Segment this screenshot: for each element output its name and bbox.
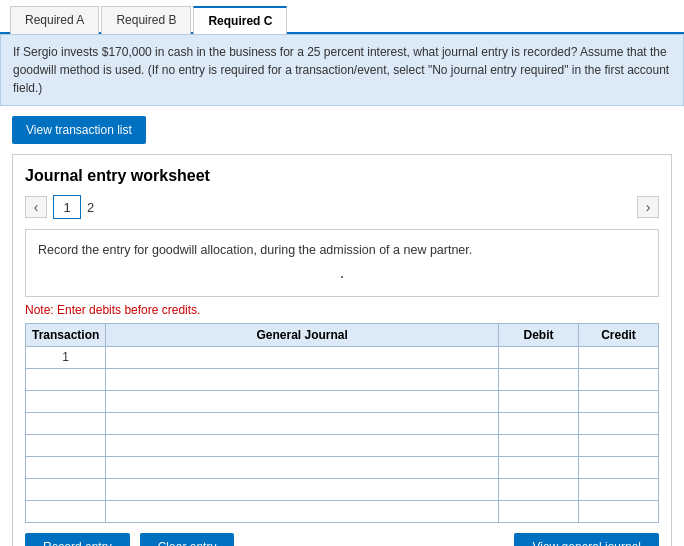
input-general-journal-0[interactable] xyxy=(110,349,494,365)
cell-transaction-7 xyxy=(26,500,106,522)
pagination: ‹ 1 2 › xyxy=(25,195,659,219)
input-credit-0[interactable] xyxy=(583,349,654,365)
cell-debit-5[interactable] xyxy=(499,456,579,478)
cell-general-journal-5[interactable] xyxy=(106,456,499,478)
table-row xyxy=(26,478,659,500)
input-credit-6[interactable] xyxy=(583,481,654,497)
action-buttons-left: Record entry Clear entry xyxy=(25,533,234,546)
input-general-journal-7[interactable] xyxy=(110,503,494,519)
view-general-journal-button[interactable]: View general journal xyxy=(514,533,659,546)
cell-debit-2[interactable] xyxy=(499,390,579,412)
cell-debit-6[interactable] xyxy=(499,478,579,500)
description-box: Record the entry for goodwill allocation… xyxy=(25,229,659,297)
next-page-button[interactable]: › xyxy=(637,196,659,218)
cell-credit-0[interactable] xyxy=(579,346,659,368)
col-transaction: Transaction xyxy=(26,323,106,346)
cell-credit-7[interactable] xyxy=(579,500,659,522)
cell-transaction-6 xyxy=(26,478,106,500)
cell-general-journal-0[interactable] xyxy=(106,346,499,368)
cell-transaction-2 xyxy=(26,390,106,412)
input-credit-7[interactable] xyxy=(583,503,654,519)
next-page-label: 2 xyxy=(87,200,94,215)
cell-credit-5[interactable] xyxy=(579,456,659,478)
cell-general-journal-2[interactable] xyxy=(106,390,499,412)
record-entry-button[interactable]: Record entry xyxy=(25,533,130,546)
input-debit-1[interactable] xyxy=(503,371,574,387)
cell-transaction-4 xyxy=(26,434,106,456)
table-row xyxy=(26,412,659,434)
col-general-journal: General Journal xyxy=(106,323,499,346)
input-general-journal-3[interactable] xyxy=(110,415,494,431)
table-row xyxy=(26,500,659,522)
description-dot: . xyxy=(38,260,646,286)
clear-entry-button[interactable]: Clear entry xyxy=(140,533,235,546)
input-general-journal-1[interactable] xyxy=(110,371,494,387)
cell-debit-0[interactable] xyxy=(499,346,579,368)
cell-transaction-1 xyxy=(26,368,106,390)
input-credit-2[interactable] xyxy=(583,393,654,409)
table-row xyxy=(26,434,659,456)
info-box-text: If Sergio invests $170,000 in cash in th… xyxy=(13,45,669,95)
input-credit-3[interactable] xyxy=(583,415,654,431)
cell-transaction-0: 1 xyxy=(26,346,106,368)
input-debit-2[interactable] xyxy=(503,393,574,409)
cell-credit-1[interactable] xyxy=(579,368,659,390)
cell-general-journal-7[interactable] xyxy=(106,500,499,522)
cell-debit-4[interactable] xyxy=(499,434,579,456)
input-debit-6[interactable] xyxy=(503,481,574,497)
view-transaction-button[interactable]: View transaction list xyxy=(12,116,146,144)
cell-general-journal-1[interactable] xyxy=(106,368,499,390)
col-credit: Credit xyxy=(579,323,659,346)
cell-general-journal-4[interactable] xyxy=(106,434,499,456)
table-row: 1 xyxy=(26,346,659,368)
cell-transaction-3 xyxy=(26,412,106,434)
input-general-journal-4[interactable] xyxy=(110,437,494,453)
prev-page-button[interactable]: ‹ xyxy=(25,196,47,218)
input-credit-5[interactable] xyxy=(583,459,654,475)
cell-credit-4[interactable] xyxy=(579,434,659,456)
input-general-journal-2[interactable] xyxy=(110,393,494,409)
cell-credit-6[interactable] xyxy=(579,478,659,500)
description-text: Record the entry for goodwill allocation… xyxy=(38,243,472,257)
journal-entry-worksheet: Journal entry worksheet ‹ 1 2 › Record t… xyxy=(12,154,672,546)
cell-credit-3[interactable] xyxy=(579,412,659,434)
input-credit-4[interactable] xyxy=(583,437,654,453)
input-debit-3[interactable] xyxy=(503,415,574,431)
cell-transaction-5 xyxy=(26,456,106,478)
input-debit-4[interactable] xyxy=(503,437,574,453)
tabs-bar: Required A Required B Required C xyxy=(0,4,684,34)
table-row xyxy=(26,368,659,390)
table-row xyxy=(26,390,659,412)
note-text: Note: Enter debits before credits. xyxy=(25,303,659,317)
input-general-journal-6[interactable] xyxy=(110,481,494,497)
input-debit-7[interactable] xyxy=(503,503,574,519)
cell-debit-1[interactable] xyxy=(499,368,579,390)
table-row xyxy=(26,456,659,478)
cell-debit-3[interactable] xyxy=(499,412,579,434)
input-debit-0[interactable] xyxy=(503,349,574,365)
input-credit-1[interactable] xyxy=(583,371,654,387)
cell-credit-2[interactable] xyxy=(579,390,659,412)
input-general-journal-5[interactable] xyxy=(110,459,494,475)
col-debit: Debit xyxy=(499,323,579,346)
tab-required-b[interactable]: Required B xyxy=(101,6,191,34)
tab-required-c[interactable]: Required C xyxy=(193,6,287,34)
info-box: If Sergio invests $170,000 in cash in th… xyxy=(0,34,684,106)
journal-table: Transaction General Journal Debit Credit… xyxy=(25,323,659,523)
action-buttons-area: Record entry Clear entry View general jo… xyxy=(25,533,659,546)
worksheet-title: Journal entry worksheet xyxy=(25,167,659,185)
cell-general-journal-3[interactable] xyxy=(106,412,499,434)
current-page: 1 xyxy=(53,195,81,219)
cell-debit-7[interactable] xyxy=(499,500,579,522)
tab-required-a[interactable]: Required A xyxy=(10,6,99,34)
input-debit-5[interactable] xyxy=(503,459,574,475)
cell-general-journal-6[interactable] xyxy=(106,478,499,500)
